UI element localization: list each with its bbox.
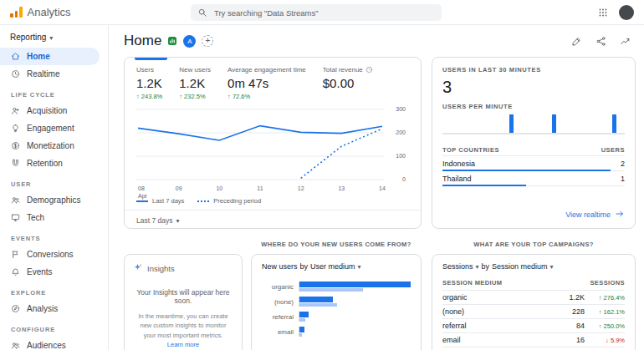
view-realtime-link[interactable]: View realtime <box>565 209 625 221</box>
sparkle-icon <box>133 262 143 274</box>
x-tick-label: 12 <box>298 185 304 192</box>
legend-item: Preceding period <box>197 197 261 205</box>
customize-report-icon[interactable] <box>571 36 582 47</box>
session-medium: email <box>442 336 556 344</box>
metric-value: 1.2K <box>179 76 211 90</box>
realtime-title: USERS IN LAST 30 MINUTES <box>442 66 625 74</box>
campaigns-column: WHAT ARE YOUR TOP CAMPAIGNS? Sessions by… <box>432 241 636 350</box>
sidebar-item-conversions[interactable]: Conversions <box>0 246 100 263</box>
sidebar-item-audiences[interactable]: Audiences <box>0 337 100 350</box>
users-per-minute-label: USERS PER MINUTE <box>442 103 625 110</box>
sidebar-item-monetization[interactable]: Monetization <box>0 137 100 155</box>
sidebar: Reporting HomeRealtimeLIFE CYCLEAcquisit… <box>0 25 109 350</box>
insights-title: Insights <box>147 264 175 273</box>
metric-new-users[interactable]: New users1.2K↑ 232.5% <box>179 66 211 100</box>
country-name: Indonesia <box>442 160 475 168</box>
demographics-icon <box>11 195 20 205</box>
legend-line-swatch <box>197 200 209 202</box>
learn-more-link[interactable]: Learn more <box>167 341 199 348</box>
arrow-down-icon: ↓ <box>606 337 609 344</box>
previous-period-bar <box>299 318 305 322</box>
bar-category-label: organic <box>262 282 299 292</box>
y-tick-label: 0 <box>402 176 406 182</box>
y-tick-label: 300 <box>396 106 406 112</box>
date-range-selector[interactable]: Last 7 days <box>136 211 409 231</box>
events-icon <box>11 267 20 276</box>
app-body: Reporting HomeRealtimeLIFE CYCLEAcquisit… <box>0 25 644 350</box>
nav-collection-label: Reporting <box>10 33 46 42</box>
sidebar-item-acquisition[interactable]: Acquisition <box>0 102 100 119</box>
overview-y-labels: 0100200300 <box>387 107 407 182</box>
bar-category-label: email <box>262 327 299 337</box>
sidebar-item-realtime[interactable]: Realtime <box>0 65 100 83</box>
chevron-down-icon <box>49 33 53 42</box>
insights-description: In the meantime, you can create new cust… <box>135 312 231 349</box>
session-medium: (none) <box>442 307 556 316</box>
x-tick-label: 11 <box>257 185 263 192</box>
sidebar-item-tech[interactable]: Tech <box>0 209 100 226</box>
overview-line-chart <box>136 107 384 182</box>
insights-icon[interactable] <box>620 36 631 47</box>
share-icon[interactable] <box>595 36 606 47</box>
sidebar-item-label: Conversions <box>27 250 74 259</box>
country-row: Indonesia2 <box>442 156 625 171</box>
sidebar-item-events[interactable]: Events <box>0 263 100 281</box>
analysis-icon <box>11 304 20 313</box>
analytics-logo[interactable]: Analytics <box>10 6 71 18</box>
country-bar <box>442 185 526 186</box>
sessions-delta: ↑ 162.1% <box>585 308 625 316</box>
current-period-bar <box>299 297 333 302</box>
insights-card-header: Insights <box>133 262 233 274</box>
nav-collection-selector[interactable]: Reporting <box>0 28 108 48</box>
metric-average-engagement-time[interactable]: Average engagement time0m 47s↑ 72.6% <box>227 66 306 100</box>
comparison-chip[interactable]: A <box>183 35 196 48</box>
sidebar-section-title: USER <box>0 172 108 191</box>
top-countries-table: TOP COUNTRIES USERS Indonesia2Thailand1 <box>442 144 625 186</box>
new-users-bar-chart: organic(none)referralemail <box>262 282 411 337</box>
insights-card: Insights Your Insights will appear here … <box>124 254 243 350</box>
apps-grid-icon[interactable] <box>598 8 608 18</box>
avatar[interactable] <box>619 5 634 20</box>
sidebar-item-analysis[interactable]: Analysis <box>0 300 100 317</box>
countries-header: TOP COUNTRIES <box>442 146 499 154</box>
insights-column: Insights Your Insights will appear here … <box>124 241 243 350</box>
x-tick-label: 14 <box>379 185 386 192</box>
arrow-up-icon: ↑ <box>136 93 140 100</box>
new-users-dimension-control[interactable]: New users by User medium <box>262 262 411 271</box>
add-comparison-button[interactable] <box>202 35 213 47</box>
bar-row-referral: referral <box>262 312 411 322</box>
metric-total-revenue[interactable]: Total revenue?$0.00 <box>323 66 373 100</box>
metric-value: 0m 47s <box>227 76 306 90</box>
metric-delta: ↑ 232.5% <box>179 93 211 100</box>
sidebar-item-label: Monetization <box>27 141 74 150</box>
acquisition-icon <box>11 106 20 115</box>
minute-bars-chart <box>442 114 625 134</box>
metric-users[interactable]: Users1.2K↑ 243.8% <box>136 66 162 100</box>
sidebar-item-retention[interactable]: Retention <box>0 155 100 172</box>
campaign-row-referral: referral84↑ 250.0% <box>442 319 625 333</box>
top-cards-row: Users1.2K↑ 243.8%New users1.2K↑ 232.5%Av… <box>124 57 636 229</box>
insights-column-header <box>124 241 243 250</box>
arrow-up-icon: ↑ <box>227 93 231 100</box>
sidebar-item-engagement[interactable]: Engagement <box>0 119 100 137</box>
arrow-up-icon: ↑ <box>599 294 602 302</box>
metric-delta: ↑ 243.8% <box>136 93 162 100</box>
sidebar-item-demographics[interactable]: Demographics <box>0 191 100 209</box>
country-users: 1 <box>621 175 625 183</box>
new-users-header: WHERE DO YOUR NEW USERS COME FROM? <box>251 241 422 250</box>
search-input[interactable] <box>212 8 435 18</box>
sidebar-item-label: Engagement <box>27 124 74 133</box>
sessions-delta: ↓ 5.9% <box>585 337 625 344</box>
sidebar-item-label: Realtime <box>27 69 59 79</box>
x-tick-label: 10 <box>216 185 222 192</box>
engagement-icon <box>11 124 20 133</box>
campaign-rows: organic1.2K↑ 276.4%(none)228↑ 162.1%refe… <box>442 291 625 347</box>
sidebar-item-label: Demographics <box>27 195 80 205</box>
sidebar-section-title: EVENTS <box>0 226 108 246</box>
minute-bar <box>612 114 616 133</box>
report-actions <box>571 36 636 47</box>
sidebar-item-home[interactable]: Home <box>0 48 100 65</box>
sessions-value: 84 <box>556 322 585 330</box>
search-bar[interactable] <box>191 4 442 21</box>
campaigns-controls[interactable]: Sessions by Session medium <box>442 262 625 271</box>
